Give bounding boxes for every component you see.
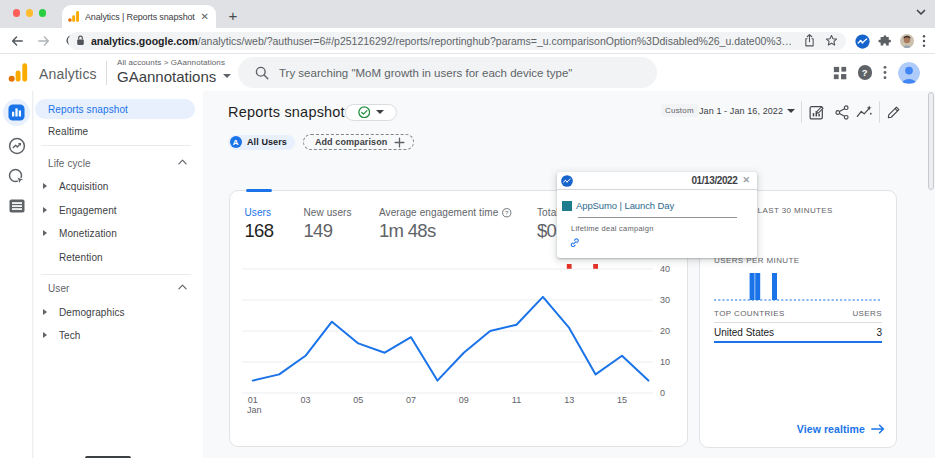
header-divider — [106, 61, 107, 85]
metric-new-users[interactable]: New users 149 — [304, 207, 352, 242]
date-caret-icon[interactable] — [787, 109, 795, 113]
top-countries-label: TOP COUNTRIES — [714, 309, 785, 318]
nav-item-monetization[interactable]: Monetization — [59, 228, 117, 239]
users-column-label: USERS — [852, 309, 882, 318]
annotation-date: 01/13/2022 — [691, 175, 737, 186]
bookmark-star-icon[interactable] — [825, 34, 838, 47]
property-name: GAannotations — [117, 68, 216, 85]
extensions-puzzle-icon[interactable] — [878, 34, 892, 48]
expand-engagement-icon[interactable] — [43, 207, 47, 213]
svg-text:10: 10 — [660, 357, 670, 367]
share-page-icon[interactable] — [804, 34, 815, 47]
country-bar — [714, 341, 882, 343]
configure-nav-icon[interactable] — [0, 199, 33, 213]
metric-users[interactable]: Users 168 — [245, 207, 274, 242]
annotation-link-icon[interactable] — [570, 238, 757, 248]
expand-monetization-icon[interactable] — [43, 230, 47, 236]
reports-nav-icon[interactable] — [0, 104, 33, 121]
country-users-value: 3 — [876, 327, 882, 338]
nav-item-engagement[interactable]: Engagement — [59, 205, 117, 216]
forward-button[interactable] — [32, 29, 56, 53]
search-bar[interactable]: Try searching "MoM growth in users for e… — [238, 57, 657, 88]
collapse-user-icon[interactable] — [178, 284, 187, 290]
nav-divider — [41, 145, 191, 146]
account-breadcrumb[interactable]: All accounts > GAannotations — [117, 58, 231, 67]
lock-icon[interactable] — [76, 35, 85, 46]
nav-item-demographics[interactable]: Demographics — [59, 307, 125, 318]
expand-tech-icon[interactable] — [43, 332, 47, 338]
metric-users-value: 168 — [245, 220, 274, 242]
svg-text:11: 11 — [512, 395, 521, 405]
tab-search-chevron-icon[interactable] — [916, 9, 926, 16]
google-account-avatar[interactable] — [898, 62, 920, 84]
annotation-close-icon[interactable]: ✕ — [742, 176, 750, 185]
browser-toolbar: analytics.google.com/analytics/web/?auth… — [0, 28, 935, 54]
nav-item-realtime[interactable]: Realtime — [48, 126, 88, 137]
back-button[interactable] — [5, 29, 29, 53]
property-selector[interactable]: GAannotations — [117, 68, 231, 85]
svg-text:01: 01 — [248, 395, 258, 405]
minimize-window-button[interactable] — [26, 9, 34, 17]
date-range-selector[interactable]: Jan 1 - Jan 16, 2022 — [699, 106, 783, 116]
svg-text:20: 20 — [660, 326, 670, 336]
report-status-dropdown[interactable] — [345, 104, 397, 121]
gaannotations-logo-icon — [561, 175, 573, 187]
help-circle-icon[interactable]: ? — [502, 208, 512, 218]
edit-comparisons-icon[interactable] — [807, 103, 825, 121]
explore-nav-icon[interactable] — [0, 137, 33, 155]
analytics-menu-kebab-icon[interactable] — [883, 65, 887, 80]
close-window-button[interactable] — [13, 9, 21, 17]
nav-divider — [41, 274, 191, 275]
address-bar[interactable]: analytics.google.com/analytics/web/?auth… — [68, 32, 846, 50]
url-path: /analytics/web/?authuser=6#/p251216292/r… — [198, 35, 796, 47]
add-comparison-label: Add comparison — [315, 137, 387, 147]
annotation-popup-body: AppSumo | Launch Day Lifetime deal campa… — [557, 191, 757, 247]
help-icon[interactable]: ? — [858, 65, 873, 80]
add-comparison-chip[interactable]: Add comparison — [303, 134, 414, 150]
browser-tab[interactable]: Analytics | Reports snapshot ✕ — [62, 5, 216, 28]
controls-divider — [879, 101, 880, 123]
new-tab-button[interactable]: + — [224, 7, 242, 25]
svg-text:09: 09 — [459, 395, 469, 405]
comparison-a-badge: A — [230, 136, 243, 149]
metric-engagement-label: Average engagement time — [379, 207, 498, 219]
url-domain: analytics.google.com — [91, 35, 198, 47]
svg-text:03: 03 — [301, 395, 311, 405]
annotation-description: Lifetime deal campaign — [571, 224, 757, 233]
nav-item-retention[interactable]: Retention — [59, 252, 103, 263]
fullscreen-window-button[interactable] — [39, 9, 47, 17]
nav-item-acquisition[interactable]: Acquisition — [59, 181, 108, 192]
main-content: Reports snapshot Custom Jan 1 - Jan 16, … — [203, 91, 935, 458]
svg-text:?: ? — [505, 210, 509, 216]
svg-text:15: 15 — [617, 395, 627, 405]
all-users-chip[interactable]: A All Users — [228, 135, 295, 150]
browser-profile-avatar[interactable] — [900, 34, 914, 48]
nav-section-life-cycle: Life cycle — [48, 158, 91, 169]
view-realtime-link[interactable]: View realtime — [797, 423, 885, 435]
advertising-nav-icon[interactable] — [0, 168, 33, 186]
report-nav-drawer: Reports snapshot Realtime Life cycle Acq… — [34, 91, 203, 458]
gaannotations-extension-icon[interactable] — [855, 34, 870, 49]
diagnostics-grid-icon[interactable] — [833, 66, 847, 80]
tab-close-icon[interactable]: ✕ — [201, 12, 209, 22]
collapse-life-cycle-icon[interactable] — [178, 159, 187, 165]
expand-acquisition-icon[interactable] — [43, 183, 47, 189]
annotation-popup: 01/13/2022 ✕ AppSumo | Launch Day Lifeti… — [557, 172, 757, 258]
svg-text:07: 07 — [406, 395, 416, 405]
controls-divider — [801, 101, 802, 123]
customize-report-pencil-icon[interactable] — [885, 103, 903, 121]
analytics-product-name: Analytics — [39, 66, 97, 82]
analytics-logo-icon[interactable] — [8, 63, 28, 82]
status-caret-icon — [376, 110, 384, 114]
share-report-icon[interactable] — [833, 103, 851, 121]
metric-avg-engagement-time[interactable]: Average engagement time? 1m 48s — [379, 207, 512, 242]
nav-item-reports-snapshot[interactable]: Reports snapshot — [48, 104, 128, 115]
insights-icon[interactable] — [855, 103, 873, 121]
all-users-label: All Users — [247, 137, 287, 147]
nav-item-tech[interactable]: Tech — [59, 330, 81, 341]
left-icon-rail — [0, 91, 33, 458]
analytics-header: Analytics All accounts > GAannotations G… — [0, 54, 935, 91]
browser-menu-kebab-icon[interactable] — [922, 34, 926, 48]
expand-demographics-icon[interactable] — [43, 309, 47, 315]
page-scrollbar-thumb[interactable] — [928, 92, 934, 190]
